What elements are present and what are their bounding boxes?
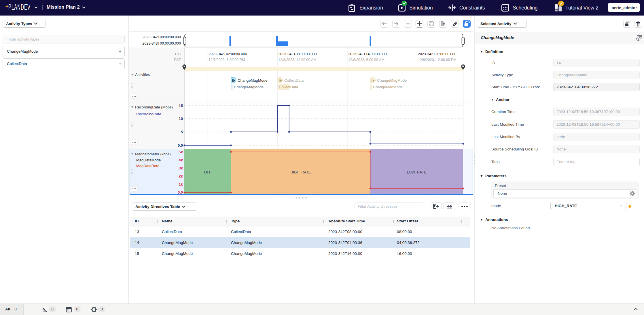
svg-text:OFF: OFF (204, 170, 211, 174)
svg-text:ChangeMagMode: ChangeMagMode (238, 78, 267, 83)
svg-text:Magnetometer (kbps): Magnetometer (kbps) (135, 152, 171, 156)
svg-text:0.0: 0.0 (178, 143, 183, 148)
svg-text:12/7/2023, 6:00:00 PM: 12/7/2023, 6:00:00 PM (209, 58, 245, 62)
svg-text:CollectData: CollectData (284, 78, 304, 83)
svg-text:0.0: 0.0 (178, 190, 183, 194)
svg-text:RecordingRate (Mbps): RecordingRate (Mbps) (135, 105, 173, 109)
svg-text:ChangeMagMode: ChangeMagMode (373, 85, 403, 89)
svg-text:2023-342T00:00:00.000: 2023-342T00:00:00.000 (143, 35, 181, 39)
svg-text:3k: 3k (179, 166, 183, 170)
svg-text:ChangeMagMode: ChangeMagMode (234, 85, 264, 89)
svg-text:2023-342T02:00:00.000: 2023-342T02:00:00.000 (209, 52, 247, 56)
svg-text:RecordingRate: RecordingRate (136, 112, 161, 116)
svg-text:10: 10 (179, 117, 183, 121)
svg-text:MagDataMode: MagDataMode (136, 158, 161, 162)
svg-text:CollectData: CollectData (279, 85, 298, 89)
svg-text:PST: PST (174, 58, 181, 62)
svg-text:UTC: UTC (173, 52, 181, 56)
svg-text:2023-342T20:00:00.000: 2023-342T20:00:00.000 (418, 52, 456, 56)
svg-text:2k: 2k (179, 174, 183, 178)
svg-text:15: 15 (179, 104, 183, 108)
svg-text:MagDataRate: MagDataRate (136, 164, 159, 168)
svg-text:12/8/2023, 12:00:00 AM: 12/8/2023, 12:00:00 AM (278, 58, 317, 62)
svg-text:2023-342T08:00:00.000: 2023-342T08:00:00.000 (278, 52, 317, 56)
svg-text:5: 5 (181, 130, 183, 134)
svg-text:LOW_RATE: LOW_RATE (407, 170, 427, 174)
svg-text:HIGH_RATE: HIGH_RATE (290, 170, 311, 174)
svg-text:12/8/2023, 12:00:00 PM: 12/8/2023, 12:00:00 PM (418, 58, 456, 62)
svg-text:1k: 1k (179, 182, 183, 186)
svg-text:Activities: Activities (135, 72, 150, 77)
svg-text:2023-343T00:00:00.000: 2023-343T00:00:00.000 (143, 41, 181, 45)
svg-text:4k: 4k (179, 158, 183, 162)
svg-text:ChangeMagMode: ChangeMagMode (377, 78, 407, 83)
svg-text:2023-342T14:00:00.000: 2023-342T14:00:00.000 (348, 52, 387, 56)
svg-text:12/8/2023, 6:00:00 AM: 12/8/2023, 6:00:00 AM (348, 58, 384, 62)
svg-text:5k: 5k (179, 150, 183, 154)
